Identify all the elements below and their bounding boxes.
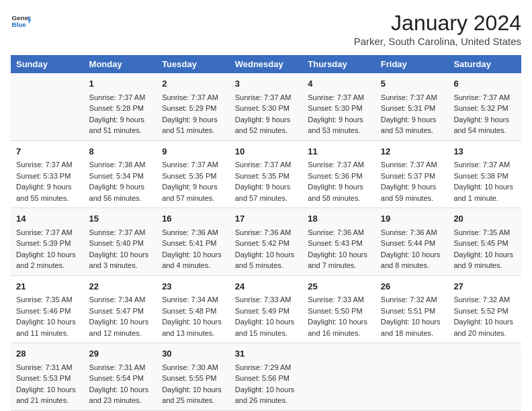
header-wednesday: Wednesday [230, 55, 303, 73]
day-number: 31 [235, 347, 298, 361]
calendar-cell-w2d4: 10Sunrise: 7:37 AM Sunset: 5:35 PM Dayli… [230, 140, 303, 208]
calendar-cell-w3d1: 14Sunrise: 7:37 AM Sunset: 5:39 PM Dayli… [11, 208, 84, 276]
day-info: Sunrise: 7:33 AM Sunset: 5:49 PM Dayligh… [235, 295, 295, 337]
day-info: Sunrise: 7:37 AM Sunset: 5:32 PM Dayligh… [453, 93, 510, 135]
day-info: Sunrise: 7:31 AM Sunset: 5:54 PM Dayligh… [89, 363, 149, 405]
day-number: 8 [89, 145, 152, 158]
day-info: Sunrise: 7:37 AM Sunset: 5:38 PM Dayligh… [453, 161, 513, 202]
calendar-cell-w3d3: 16Sunrise: 7:36 AM Sunset: 5:41 PM Dayli… [157, 208, 230, 276]
calendar-cell-w4d3: 23Sunrise: 7:34 AM Sunset: 5:48 PM Dayli… [157, 275, 230, 343]
day-info: Sunrise: 7:36 AM Sunset: 5:41 PM Dayligh… [162, 228, 222, 270]
day-info: Sunrise: 7:37 AM Sunset: 5:39 PM Dayligh… [16, 228, 76, 270]
day-info: Sunrise: 7:34 AM Sunset: 5:47 PM Dayligh… [89, 295, 149, 337]
header-tuesday: Tuesday [157, 55, 230, 73]
calendar-cell-w4d2: 22Sunrise: 7:34 AM Sunset: 5:47 PM Dayli… [84, 275, 157, 343]
day-info: Sunrise: 7:30 AM Sunset: 5:55 PM Dayligh… [162, 363, 222, 405]
day-info: Sunrise: 7:36 AM Sunset: 5:43 PM Dayligh… [308, 228, 367, 270]
logo-icon: General Blue [11, 11, 31, 31]
day-number: 25 [308, 280, 370, 293]
header-thursday: Thursday [302, 55, 375, 73]
day-number: 15 [89, 212, 152, 226]
calendar-week-2: 7Sunrise: 7:37 AM Sunset: 5:33 PM Daylig… [11, 140, 521, 208]
calendar-title: January 2024 [354, 11, 521, 36]
calendar-cell-w2d5: 11Sunrise: 7:37 AM Sunset: 5:36 PM Dayli… [302, 140, 375, 208]
day-number: 4 [308, 77, 370, 91]
day-info: Sunrise: 7:37 AM Sunset: 5:33 PM Dayligh… [16, 161, 73, 202]
calendar-cell-w4d7: 27Sunrise: 7:32 AM Sunset: 5:52 PM Dayli… [448, 275, 521, 343]
day-number: 26 [381, 280, 443, 293]
calendar-cell-w1d1 [11, 73, 84, 140]
day-info: Sunrise: 7:35 AM Sunset: 5:46 PM Dayligh… [16, 295, 76, 337]
day-number: 3 [235, 77, 298, 91]
day-number: 5 [381, 77, 443, 91]
day-number: 14 [16, 212, 79, 226]
calendar-cell-w3d2: 15Sunrise: 7:37 AM Sunset: 5:40 PM Dayli… [84, 208, 157, 276]
calendar-table: Sunday Monday Tuesday Wednesday Thursday… [11, 55, 521, 411]
calendar-header-row: Sunday Monday Tuesday Wednesday Thursday… [11, 55, 521, 73]
header-saturday: Saturday [448, 55, 521, 73]
day-info: Sunrise: 7:38 AM Sunset: 5:34 PM Dayligh… [89, 161, 146, 202]
day-info: Sunrise: 7:36 AM Sunset: 5:44 PM Dayligh… [381, 228, 441, 270]
day-number: 24 [235, 280, 298, 293]
day-number: 20 [453, 212, 516, 226]
day-number: 9 [162, 145, 224, 158]
day-info: Sunrise: 7:35 AM Sunset: 5:45 PM Dayligh… [453, 228, 513, 270]
svg-text:Blue: Blue [12, 21, 27, 28]
calendar-cell-w4d5: 25Sunrise: 7:33 AM Sunset: 5:50 PM Dayli… [302, 275, 375, 343]
day-number: 23 [162, 280, 224, 293]
day-info: Sunrise: 7:36 AM Sunset: 5:42 PM Dayligh… [235, 228, 295, 270]
day-info: Sunrise: 7:33 AM Sunset: 5:50 PM Dayligh… [308, 295, 367, 337]
day-number: 16 [162, 212, 224, 226]
day-number: 1 [89, 77, 152, 91]
svg-text:General: General [12, 14, 32, 21]
calendar-cell-w4d6: 26Sunrise: 7:32 AM Sunset: 5:51 PM Dayli… [375, 275, 449, 343]
calendar-week-5: 28Sunrise: 7:31 AM Sunset: 5:53 PM Dayli… [11, 343, 521, 411]
day-number: 2 [162, 77, 224, 91]
calendar-week-4: 21Sunrise: 7:35 AM Sunset: 5:46 PM Dayli… [11, 275, 521, 343]
day-info: Sunrise: 7:31 AM Sunset: 5:53 PM Dayligh… [16, 363, 76, 405]
day-info: Sunrise: 7:34 AM Sunset: 5:48 PM Dayligh… [162, 295, 222, 337]
day-number: 7 [16, 145, 79, 158]
calendar-cell-w2d6: 12Sunrise: 7:37 AM Sunset: 5:37 PM Dayli… [375, 140, 449, 208]
calendar-cell-w3d5: 18Sunrise: 7:36 AM Sunset: 5:43 PM Dayli… [302, 208, 375, 276]
day-info: Sunrise: 7:37 AM Sunset: 5:28 PM Dayligh… [89, 93, 146, 135]
day-number: 28 [16, 347, 79, 361]
day-info: Sunrise: 7:37 AM Sunset: 5:29 PM Dayligh… [162, 93, 218, 135]
day-number: 12 [381, 145, 443, 158]
day-number: 30 [162, 347, 224, 361]
day-number: 19 [381, 212, 443, 226]
day-number: 22 [89, 280, 152, 293]
day-info: Sunrise: 7:37 AM Sunset: 5:40 PM Dayligh… [89, 228, 149, 270]
day-info: Sunrise: 7:37 AM Sunset: 5:35 PM Dayligh… [162, 161, 218, 202]
calendar-cell-w1d3: 2Sunrise: 7:37 AM Sunset: 5:29 PM Daylig… [157, 73, 230, 140]
day-number: 27 [453, 280, 516, 293]
page-header: General Blue January 2024 Parker, South … [11, 11, 521, 47]
calendar-week-1: 1Sunrise: 7:37 AM Sunset: 5:28 PM Daylig… [11, 73, 521, 140]
day-number: 21 [16, 280, 79, 293]
calendar-week-3: 14Sunrise: 7:37 AM Sunset: 5:39 PM Dayli… [11, 208, 521, 276]
day-number: 18 [308, 212, 370, 226]
calendar-cell-w3d6: 19Sunrise: 7:36 AM Sunset: 5:44 PM Dayli… [375, 208, 449, 276]
day-info: Sunrise: 7:37 AM Sunset: 5:31 PM Dayligh… [381, 93, 437, 135]
day-info: Sunrise: 7:32 AM Sunset: 5:52 PM Dayligh… [453, 295, 513, 337]
header-friday: Friday [375, 55, 449, 73]
calendar-subtitle: Parker, South Carolina, United States [354, 36, 521, 47]
calendar-cell-w5d5 [302, 343, 375, 411]
logo: General Blue [11, 11, 31, 31]
day-number: 11 [308, 145, 370, 158]
day-number: 29 [89, 347, 152, 361]
calendar-cell-w5d3: 30Sunrise: 7:30 AM Sunset: 5:55 PM Dayli… [157, 343, 230, 411]
header-sunday: Sunday [11, 55, 84, 73]
title-section: January 2024 Parker, South Carolina, Uni… [354, 11, 521, 47]
calendar-cell-w3d4: 17Sunrise: 7:36 AM Sunset: 5:42 PM Dayli… [230, 208, 303, 276]
day-number: 13 [453, 145, 516, 158]
calendar-cell-w1d4: 3Sunrise: 7:37 AM Sunset: 5:30 PM Daylig… [230, 73, 303, 140]
calendar-cell-w1d6: 5Sunrise: 7:37 AM Sunset: 5:31 PM Daylig… [375, 73, 449, 140]
calendar-cell-w1d2: 1Sunrise: 7:37 AM Sunset: 5:28 PM Daylig… [84, 73, 157, 140]
day-info: Sunrise: 7:37 AM Sunset: 5:35 PM Dayligh… [235, 161, 292, 202]
day-number: 10 [235, 145, 298, 158]
calendar-cell-w5d2: 29Sunrise: 7:31 AM Sunset: 5:54 PM Dayli… [84, 343, 157, 411]
day-info: Sunrise: 7:37 AM Sunset: 5:30 PM Dayligh… [235, 93, 292, 135]
calendar-cell-w5d1: 28Sunrise: 7:31 AM Sunset: 5:53 PM Dayli… [11, 343, 84, 411]
day-info: Sunrise: 7:32 AM Sunset: 5:51 PM Dayligh… [381, 295, 441, 337]
